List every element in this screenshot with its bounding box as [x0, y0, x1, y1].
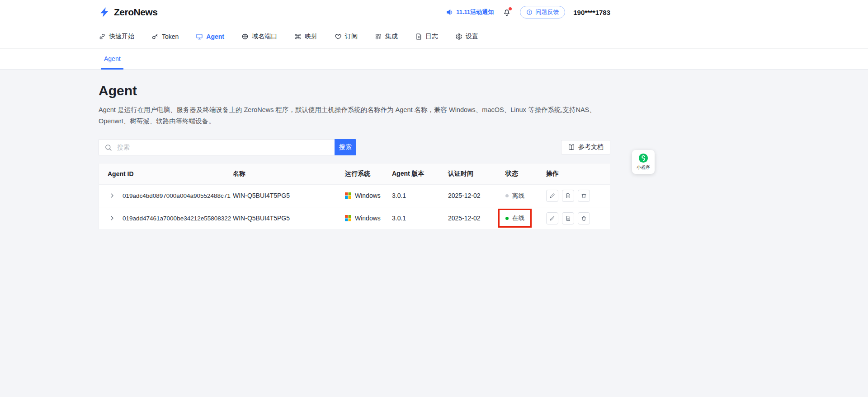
- edit-button[interactable]: [546, 212, 558, 224]
- main-nav: 快速开始 Token Agent 域名端口 映射: [0, 24, 868, 49]
- agent-name: WIN-Q5BUI4T5PG5: [233, 215, 345, 222]
- delete-button[interactable]: [578, 212, 590, 224]
- nav-label: 快速开始: [109, 33, 134, 41]
- agent-name: WIN-Q5BUI4T5PG5: [233, 192, 345, 199]
- status-label: 在线: [512, 214, 524, 222]
- edit-button[interactable]: [546, 190, 558, 202]
- nav-label: 订阅: [345, 33, 358, 41]
- command-icon: [294, 33, 302, 40]
- table-row: 019add47461a7000be34212e55808322 WIN-Q5B…: [99, 207, 610, 229]
- toolbar: 搜索 参考文档: [99, 139, 610, 155]
- link-icon: [99, 33, 106, 40]
- column-header-auth-time: 认证时间: [448, 170, 505, 178]
- status-label: 离线: [512, 192, 524, 200]
- nav-item-domain-port[interactable]: 域名端口: [241, 33, 277, 41]
- search-button[interactable]: 搜索: [335, 139, 356, 155]
- main-content: Agent Agent 是运行在用户电脑、服务器及终端设备上的 ZeroNews…: [0, 70, 610, 230]
- search-group: 搜索: [99, 139, 356, 155]
- table-row: 019adc4bd0897000a004a90552488c71 WIN-Q5B…: [99, 184, 610, 207]
- nav-item-quick-start[interactable]: 快速开始: [99, 33, 134, 41]
- search-icon: [104, 144, 112, 151]
- nav-label: Token: [162, 33, 179, 40]
- search-box: [99, 139, 335, 155]
- column-header-name: 名称: [233, 170, 345, 178]
- table-header-row: Agent ID 名称 运行系统 Agent 版本 认证时间 状态 操作: [99, 163, 610, 184]
- agent-auth-time: 2025-12-02: [448, 215, 505, 222]
- agent-os: Windows: [355, 192, 381, 199]
- gear-icon: [455, 33, 462, 40]
- agent-version: 3.0.1: [392, 192, 448, 199]
- agent-id: 019add47461a7000be34212e55808322: [123, 215, 231, 222]
- nav-item-mapping[interactable]: 映射: [294, 33, 317, 41]
- top-bar-right: 11.11活动通知 问题反馈 190****1783: [446, 0, 610, 24]
- mini-program-label: 小程序: [637, 164, 650, 171]
- brand-logo[interactable]: ZeroNews: [99, 0, 157, 24]
- column-header-version: Agent 版本: [392, 170, 448, 178]
- agent-version: 3.0.1: [392, 215, 448, 222]
- page-description: Agent 是运行在用户电脑、服务器及终端设备上的 ZeroNews 程序，默认…: [99, 104, 610, 127]
- nav-label: 集成: [385, 33, 398, 41]
- brand-name: ZeroNews: [114, 7, 157, 18]
- globe-icon: [241, 33, 249, 40]
- announcement-text: 11.11活动通知: [456, 8, 494, 16]
- detail-button[interactable]: [562, 212, 574, 224]
- delete-button[interactable]: [578, 190, 590, 202]
- expand-chevron-icon[interactable]: [109, 192, 115, 199]
- nav-item-logs[interactable]: 日志: [415, 33, 438, 41]
- feedback-button[interactable]: 问题反馈: [520, 6, 565, 19]
- detail-button[interactable]: [562, 190, 574, 202]
- speaker-icon: [446, 9, 453, 16]
- expand-chevron-icon[interactable]: [109, 215, 115, 221]
- nav-label: 日志: [425, 33, 438, 41]
- status-badge: 离线: [505, 192, 524, 200]
- key-icon: [151, 33, 159, 40]
- row-actions: [546, 212, 610, 224]
- windows-logo-icon: [345, 192, 351, 199]
- agent-auth-time: 2025-12-02: [448, 192, 505, 199]
- online-dot-icon: [505, 217, 509, 220]
- column-header-actions: 操作: [546, 170, 610, 178]
- nav-label: 设置: [466, 33, 478, 41]
- zeronews-bolt-icon: [99, 6, 110, 18]
- app-root: ZeroNews 11.11活动通知 问题反馈 190***: [0, 0, 868, 397]
- mini-program-widget[interactable]: 小程序: [632, 150, 655, 174]
- column-header-os: 运行系统: [345, 170, 392, 178]
- nav-label: Agent: [206, 33, 224, 40]
- column-header-status: 状态: [505, 170, 546, 178]
- heart-icon: [335, 33, 342, 40]
- nav-label: 映射: [305, 33, 317, 41]
- top-bar: ZeroNews 11.11活动通知 问题反馈 190***: [0, 0, 868, 24]
- document-icon: [415, 33, 422, 40]
- feedback-label: 问题反馈: [535, 8, 559, 16]
- row-actions: [546, 190, 610, 202]
- search-input[interactable]: [99, 140, 335, 155]
- sub-tab-bar: Agent: [0, 49, 868, 70]
- page-title: Agent: [99, 83, 610, 98]
- monitor-icon: [196, 33, 203, 40]
- book-icon: [568, 144, 575, 151]
- agent-id: 019adc4bd0897000a004a90552488c71: [123, 192, 231, 199]
- offline-dot-icon: [505, 194, 509, 197]
- highlight-rectangle: 在线: [498, 209, 532, 228]
- feedback-icon: [526, 9, 533, 15]
- notification-bell-button[interactable]: [502, 7, 512, 17]
- nav-item-subscribe[interactable]: 订阅: [335, 33, 358, 41]
- nav-label: 域名端口: [252, 33, 277, 41]
- blocks-icon: [375, 33, 382, 40]
- announcement-link[interactable]: 11.11活动通知: [446, 8, 494, 16]
- nav-item-token[interactable]: Token: [151, 33, 179, 40]
- tab-agent[interactable]: Agent: [101, 55, 123, 70]
- nav-item-integration[interactable]: 集成: [375, 33, 398, 41]
- column-header-agent-id: Agent ID: [99, 170, 233, 177]
- mini-program-icon: [638, 153, 648, 163]
- reference-docs-label: 参考文档: [578, 143, 604, 151]
- account-number[interactable]: 190****1783: [573, 9, 610, 16]
- status-badge: 在线: [505, 214, 524, 222]
- reference-docs-button[interactable]: 参考文档: [561, 140, 610, 154]
- agent-table: Agent ID 名称 运行系统 Agent 版本 认证时间 状态 操作 019…: [99, 163, 610, 230]
- nav-item-agent[interactable]: Agent: [196, 33, 224, 40]
- agent-os: Windows: [355, 215, 381, 222]
- nav-item-settings[interactable]: 设置: [455, 33, 478, 41]
- windows-logo-icon: [345, 215, 351, 221]
